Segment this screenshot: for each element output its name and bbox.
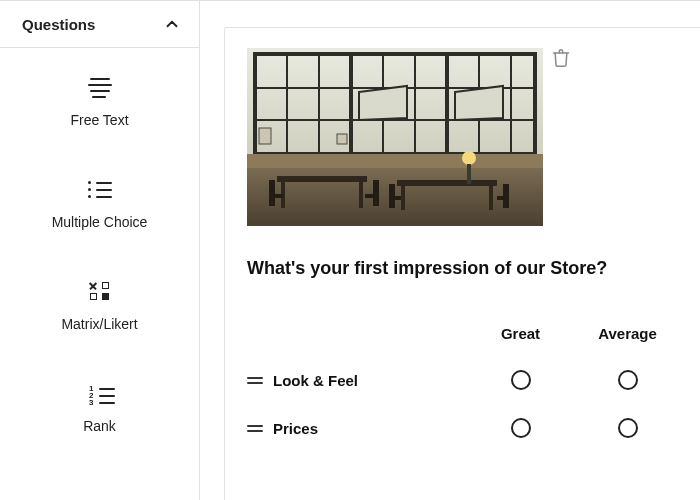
question-type-list: Free Text Multiple Choice Matrix/Likert [0, 48, 199, 500]
app-root: Questions Free Text Multiple Choice [0, 0, 700, 500]
svg-marker-13 [455, 86, 503, 120]
question-type-matrix-likert[interactable]: Matrix/Likert [0, 252, 199, 354]
svg-rect-19 [397, 180, 497, 186]
matrix-row-label[interactable]: Prices [273, 420, 467, 437]
svg-rect-32 [259, 128, 271, 144]
matrix-radio[interactable] [511, 418, 531, 438]
question-card[interactable]: What's your first impression of our Stor… [224, 27, 700, 500]
matrix-header: Great Average [247, 325, 681, 342]
matrix-column-header[interactable]: Average [574, 325, 681, 342]
svg-rect-33 [337, 134, 347, 144]
editor-canvas: What's your first impression of our Stor… [200, 1, 700, 500]
matrix-grid: Great Average Look & Feel Prices [247, 325, 681, 438]
question-type-label: Free Text [70, 112, 128, 128]
svg-rect-16 [277, 176, 367, 182]
chevron-up-icon [163, 15, 181, 33]
svg-rect-29 [497, 196, 509, 200]
drag-handle-icon[interactable] [247, 422, 263, 435]
svg-rect-22 [269, 180, 275, 206]
svg-rect-14 [247, 154, 543, 168]
delete-image-button[interactable] [551, 48, 573, 70]
svg-rect-21 [489, 186, 493, 210]
question-image[interactable] [247, 48, 543, 226]
sidebar-title: Questions [22, 16, 95, 33]
svg-rect-18 [359, 182, 363, 208]
question-type-rank[interactable]: 1 2 3 Rank [0, 354, 199, 456]
multiple-choice-icon [86, 178, 114, 200]
matrix-radio[interactable] [618, 418, 638, 438]
rank-icon: 1 2 3 [86, 382, 114, 404]
question-type-multiple-choice[interactable]: Multiple Choice [0, 150, 199, 252]
question-type-free-text[interactable]: Free Text [0, 48, 199, 150]
matrix-radio[interactable] [618, 370, 638, 390]
matrix-column-header[interactable]: Great [467, 325, 574, 342]
question-type-label: Matrix/Likert [61, 316, 137, 332]
svg-rect-24 [373, 180, 379, 206]
matrix-row: Look & Feel [247, 370, 681, 390]
matrix-row-label[interactable]: Look & Feel [273, 372, 467, 389]
matrix-row: Prices [247, 418, 681, 438]
svg-point-30 [462, 151, 476, 165]
svg-rect-27 [389, 196, 401, 200]
question-title[interactable]: What's your first impression of our Stor… [247, 258, 681, 279]
matrix-radio[interactable] [511, 370, 531, 390]
matrix-likert-icon [86, 280, 114, 302]
svg-rect-31 [467, 164, 471, 184]
question-image-wrap [247, 48, 543, 226]
question-type-label: Rank [83, 418, 116, 434]
sidebar-section-toggle[interactable]: Questions [0, 1, 199, 48]
question-type-label: Multiple Choice [52, 214, 148, 230]
drag-handle-icon[interactable] [247, 374, 263, 387]
svg-rect-23 [269, 194, 283, 198]
svg-marker-12 [359, 86, 407, 120]
svg-rect-20 [401, 186, 405, 210]
svg-rect-25 [365, 194, 379, 198]
sidebar: Questions Free Text Multiple Choice [0, 1, 200, 500]
free-text-icon [86, 76, 114, 98]
